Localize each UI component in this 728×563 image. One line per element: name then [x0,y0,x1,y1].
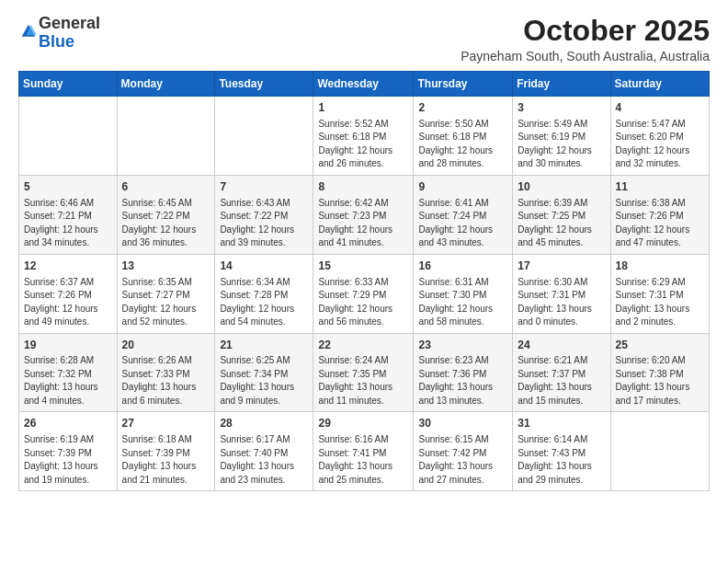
day-info: Sunrise: 6:37 AM Sunset: 7:26 PM Dayligh… [24,276,112,329]
col-thursday: Thursday [414,72,513,97]
day-number: 15 [318,259,408,274]
cell-w4-d7: 25Sunrise: 6:20 AM Sunset: 7:38 PM Dayli… [610,333,709,412]
day-number: 21 [220,338,308,353]
logo-general-text: General [39,14,100,32]
week-row-3: 12Sunrise: 6:37 AM Sunset: 7:26 PM Dayli… [19,254,710,333]
day-number: 8 [318,179,408,195]
day-number: 22 [318,338,408,353]
cell-w4-d3: 21Sunrise: 6:25 AM Sunset: 7:34 PM Dayli… [215,333,313,412]
day-info: Sunrise: 6:23 AM Sunset: 7:36 PM Dayligh… [418,354,507,408]
day-number: 19 [24,338,112,353]
cell-w3-d4: 15Sunrise: 6:33 AM Sunset: 7:29 PM Dayli… [313,254,414,333]
day-info: Sunrise: 6:39 AM Sunset: 7:25 PM Dayligh… [518,197,605,250]
col-friday: Friday [513,72,610,97]
day-info: Sunrise: 5:52 AM Sunset: 6:18 PM Dayligh… [318,118,408,171]
week-row-5: 26Sunrise: 6:19 AM Sunset: 7:39 PM Dayli… [19,412,710,491]
day-info: Sunrise: 6:30 AM Sunset: 7:31 PM Dayligh… [518,276,605,329]
cell-w5-d6: 31Sunrise: 6:14 AM Sunset: 7:43 PM Dayli… [513,412,610,491]
day-info: Sunrise: 6:28 AM Sunset: 7:32 PM Dayligh… [24,354,112,408]
cell-w1-d5: 2Sunrise: 5:50 AM Sunset: 6:18 PM Daylig… [414,97,513,176]
cell-w1-d3 [215,97,313,176]
day-number: 7 [220,179,308,195]
day-number: 9 [418,179,507,195]
day-info: Sunrise: 6:21 AM Sunset: 7:37 PM Dayligh… [518,354,605,408]
day-number: 11 [616,179,704,195]
title-block: October 2025 Payneham South, South Austr… [461,15,710,63]
day-info: Sunrise: 5:47 AM Sunset: 6:20 PM Dayligh… [616,118,704,171]
day-info: Sunrise: 5:49 AM Sunset: 6:19 PM Dayligh… [518,118,605,171]
day-info: Sunrise: 6:46 AM Sunset: 7:21 PM Dayligh… [24,197,112,250]
day-info: Sunrise: 6:38 AM Sunset: 7:26 PM Dayligh… [616,197,704,250]
col-tuesday: Tuesday [215,72,313,97]
day-number: 2 [418,100,507,116]
cell-w3-d2: 13Sunrise: 6:35 AM Sunset: 7:27 PM Dayli… [117,254,215,333]
day-info: Sunrise: 6:16 AM Sunset: 7:41 PM Dayligh… [318,433,408,487]
week-row-4: 19Sunrise: 6:28 AM Sunset: 7:32 PM Dayli… [19,333,710,412]
day-number: 18 [616,259,704,274]
col-wednesday: Wednesday [313,72,414,97]
day-number: 16 [418,259,507,274]
cell-w1-d2 [117,97,215,176]
day-info: Sunrise: 6:31 AM Sunset: 7:30 PM Dayligh… [418,276,507,329]
day-info: Sunrise: 6:24 AM Sunset: 7:35 PM Dayligh… [318,354,408,408]
cell-w4-d5: 23Sunrise: 6:23 AM Sunset: 7:36 PM Dayli… [414,333,513,412]
subtitle: Payneham South, South Australia, Austral… [461,49,710,63]
cell-w3-d5: 16Sunrise: 6:31 AM Sunset: 7:30 PM Dayli… [414,254,513,333]
calendar-header-row: Sunday Monday Tuesday Wednesday Thursday… [19,72,710,97]
cell-w2-d5: 9Sunrise: 6:41 AM Sunset: 7:24 PM Daylig… [414,175,513,254]
calendar: Sunday Monday Tuesday Wednesday Thursday… [18,71,710,491]
day-number: 24 [518,338,605,353]
day-number: 5 [24,179,112,195]
day-number: 10 [518,179,605,195]
cell-w5-d7 [610,412,709,491]
day-number: 13 [122,259,210,274]
day-number: 29 [318,416,408,431]
day-info: Sunrise: 6:19 AM Sunset: 7:39 PM Dayligh… [24,433,112,487]
day-info: Sunrise: 6:14 AM Sunset: 7:43 PM Dayligh… [518,433,605,487]
cell-w2-d2: 6Sunrise: 6:45 AM Sunset: 7:22 PM Daylig… [117,175,215,254]
cell-w4-d4: 22Sunrise: 6:24 AM Sunset: 7:35 PM Dayli… [313,333,414,412]
day-number: 30 [418,416,507,431]
cell-w5-d2: 27Sunrise: 6:18 AM Sunset: 7:39 PM Dayli… [117,412,215,491]
cell-w1-d4: 1Sunrise: 5:52 AM Sunset: 6:18 PM Daylig… [313,97,414,176]
cell-w5-d1: 26Sunrise: 6:19 AM Sunset: 7:39 PM Dayli… [19,412,118,491]
cell-w3-d7: 18Sunrise: 6:29 AM Sunset: 7:31 PM Dayli… [610,254,709,333]
cell-w1-d6: 3Sunrise: 5:49 AM Sunset: 6:19 PM Daylig… [513,97,610,176]
day-number: 4 [616,100,704,116]
day-number: 20 [122,338,210,353]
cell-w3-d1: 12Sunrise: 6:37 AM Sunset: 7:26 PM Dayli… [19,254,118,333]
header: General Blue October 2025 Payneham South… [18,15,710,63]
week-row-1: 1Sunrise: 5:52 AM Sunset: 6:18 PM Daylig… [19,97,710,176]
day-number: 26 [24,416,112,431]
cell-w4-d2: 20Sunrise: 6:26 AM Sunset: 7:33 PM Dayli… [117,333,215,412]
day-info: Sunrise: 6:45 AM Sunset: 7:22 PM Dayligh… [122,197,210,250]
day-number: 31 [518,416,605,431]
cell-w1-d7: 4Sunrise: 5:47 AM Sunset: 6:20 PM Daylig… [610,97,709,176]
day-info: Sunrise: 6:25 AM Sunset: 7:34 PM Dayligh… [220,354,308,408]
day-info: Sunrise: 6:20 AM Sunset: 7:38 PM Dayligh… [616,354,704,408]
day-number: 14 [220,259,308,274]
day-number: 1 [318,100,408,116]
day-number: 6 [122,179,210,195]
week-row-2: 5Sunrise: 6:46 AM Sunset: 7:21 PM Daylig… [19,175,710,254]
day-number: 12 [24,259,112,274]
cell-w3-d3: 14Sunrise: 6:34 AM Sunset: 7:28 PM Dayli… [215,254,313,333]
day-number: 27 [122,416,210,431]
day-info: Sunrise: 6:15 AM Sunset: 7:42 PM Dayligh… [418,433,507,487]
day-info: Sunrise: 6:26 AM Sunset: 7:33 PM Dayligh… [122,354,210,408]
day-info: Sunrise: 6:43 AM Sunset: 7:22 PM Dayligh… [220,197,308,250]
day-number: 28 [220,416,308,431]
day-number: 23 [418,338,507,353]
cell-w2-d6: 10Sunrise: 6:39 AM Sunset: 7:25 PM Dayli… [513,175,610,254]
day-info: Sunrise: 6:17 AM Sunset: 7:40 PM Dayligh… [220,433,308,487]
logo-blue-text: Blue [39,32,74,51]
cell-w2-d1: 5Sunrise: 6:46 AM Sunset: 7:21 PM Daylig… [19,175,118,254]
page: General Blue October 2025 Payneham South… [0,0,728,563]
cell-w5-d3: 28Sunrise: 6:17 AM Sunset: 7:40 PM Dayli… [215,412,313,491]
day-info: Sunrise: 6:33 AM Sunset: 7:29 PM Dayligh… [318,276,408,329]
cell-w4-d6: 24Sunrise: 6:21 AM Sunset: 7:37 PM Dayli… [513,333,610,412]
day-info: Sunrise: 6:18 AM Sunset: 7:39 PM Dayligh… [122,433,210,487]
cell-w2-d7: 11Sunrise: 6:38 AM Sunset: 7:26 PM Dayli… [610,175,709,254]
logo-icon [20,23,37,40]
day-info: Sunrise: 6:29 AM Sunset: 7:31 PM Dayligh… [616,276,704,329]
